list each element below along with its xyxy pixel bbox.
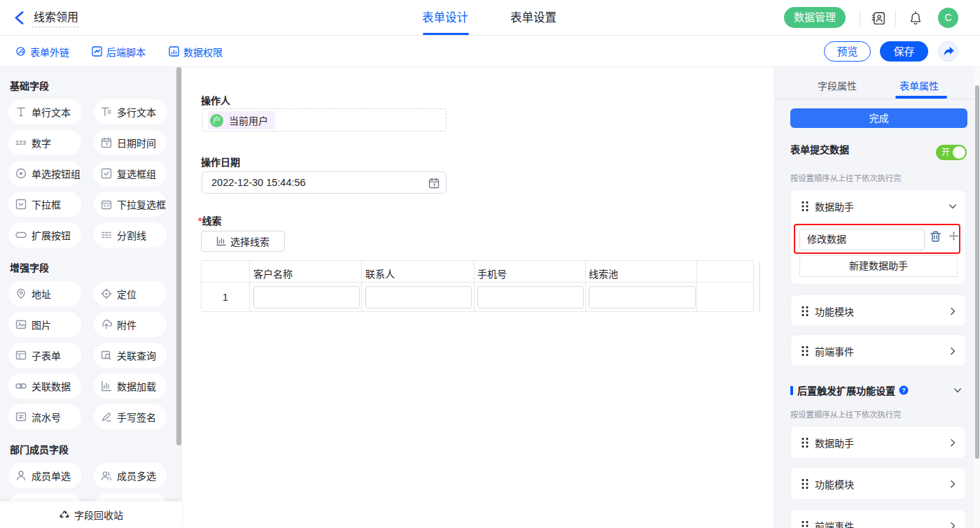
svg-text:123: 123 — [15, 139, 26, 146]
svg-text:?: ? — [902, 387, 906, 394]
